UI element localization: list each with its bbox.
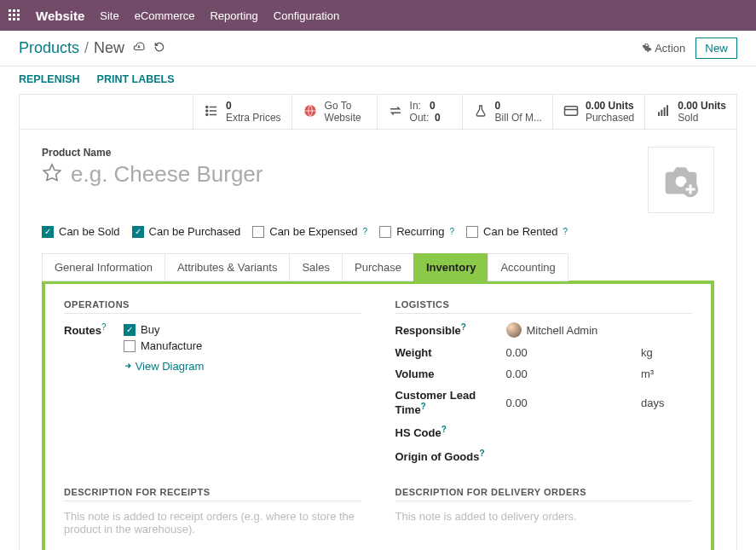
new-button[interactable]: New: [695, 38, 737, 59]
breadcrumb-bar: Products / New Action New: [0, 31, 756, 67]
form-actions: REPLENISH PRINT LABELS: [0, 67, 756, 94]
menu-site[interactable]: Site: [100, 9, 118, 22]
tab-attributes[interactable]: Attributes & Variants: [164, 253, 291, 281]
replenish-action[interactable]: REPLENISH: [19, 73, 80, 85]
check-can-be-rented[interactable]: Can be Rented?: [466, 225, 568, 238]
product-image-upload[interactable]: [648, 147, 714, 213]
product-name-input[interactable]: [69, 160, 631, 188]
route-manufacture-label: Manufacture: [141, 339, 202, 352]
stat-in-label: In:: [410, 100, 421, 112]
volume-unit: m³: [641, 368, 692, 380]
desc-receipts-input[interactable]: This note is added to receipt orders (e.…: [64, 510, 361, 536]
check-expensed-label: Can be Expensed: [269, 225, 357, 238]
volume-value[interactable]: 0.00: [506, 368, 642, 380]
weight-unit: kg: [641, 346, 692, 359]
discard-icon[interactable]: [153, 41, 165, 55]
breadcrumb: Products / New: [19, 39, 124, 57]
checkbox-icon: [466, 226, 478, 238]
stat-purchased[interactable]: 0.00 Units Purchased: [552, 95, 644, 129]
lead-unit: days: [641, 397, 692, 409]
help-icon[interactable]: ?: [450, 227, 455, 236]
desc-receipts-title: DESCRIPTION FOR RECEIPTS: [64, 487, 361, 501]
checkbox-icon: ✓: [42, 226, 54, 238]
svg-rect-4: [564, 106, 577, 115]
volume-label: Volume: [395, 368, 506, 380]
checkbox-icon: [379, 226, 391, 238]
logistics-title: LOGISTICS: [395, 299, 693, 314]
checkbox-icon: ✓: [132, 226, 144, 238]
tab-inventory[interactable]: Inventory: [413, 253, 489, 281]
breadcrumb-current: New: [94, 39, 124, 57]
action-label: Action: [655, 42, 685, 55]
svg-point-0: [206, 106, 208, 107]
stat-in-value: 0: [430, 100, 436, 112]
svg-point-1: [206, 110, 208, 112]
checkbox-icon: ✓: [124, 324, 136, 336]
apps-icon[interactable]: [9, 9, 20, 21]
lead-value[interactable]: 0.00: [506, 397, 642, 409]
responsible-field[interactable]: Mitchell Admin: [506, 322, 642, 338]
view-diagram-label: View Diagram: [136, 360, 205, 373]
card-icon: [563, 105, 579, 119]
responsible-label: Responsible: [395, 325, 461, 338]
form-sheet: 0 Extra Prices Go To Website In: 0 Out: …: [19, 94, 737, 550]
svg-rect-7: [664, 107, 666, 116]
route-buy-label: Buy: [141, 323, 159, 336]
route-buy[interactable]: ✓ Buy: [124, 323, 159, 336]
stat-sold-label: Sold: [678, 112, 698, 124]
help-icon[interactable]: ?: [363, 227, 368, 236]
check-can-be-sold[interactable]: ✓ Can be Sold: [42, 225, 120, 238]
check-recurring[interactable]: Recurring?: [379, 225, 454, 238]
menu-reporting[interactable]: Reporting: [210, 9, 257, 22]
checkbox-icon: [124, 340, 136, 352]
flask-icon: [473, 104, 488, 120]
stat-goto-line2: Website: [325, 112, 361, 124]
cloud-save-icon[interactable]: [133, 41, 145, 55]
tab-sales[interactable]: Sales: [289, 253, 343, 281]
tab-accounting[interactable]: Accounting: [488, 253, 568, 281]
breadcrumb-sep: /: [84, 39, 89, 57]
stat-out-value: 0: [435, 112, 441, 124]
help-icon[interactable]: ?: [421, 402, 426, 411]
svg-rect-6: [661, 109, 663, 115]
tab-purchase[interactable]: Purchase: [342, 253, 414, 281]
lead-label: Customer Lead Time: [395, 389, 476, 416]
check-sold-label: Can be Sold: [59, 225, 120, 238]
weight-value[interactable]: 0.00: [506, 346, 642, 359]
view-diagram-link[interactable]: View Diagram: [124, 360, 204, 373]
help-icon[interactable]: ?: [441, 425, 447, 434]
stat-sold-value: 0.00 Units: [678, 100, 726, 112]
checkbox-icon: [252, 226, 264, 238]
stat-extra-prices[interactable]: 0 Extra Prices: [193, 95, 291, 129]
list-icon: [204, 103, 219, 121]
stat-goto-website[interactable]: Go To Website: [291, 95, 377, 129]
help-icon[interactable]: ?: [563, 227, 568, 236]
print-labels-action[interactable]: PRINT LABELS: [97, 73, 175, 85]
stat-extra-prices-value: 0: [226, 100, 281, 112]
check-recurring-label: Recurring: [396, 225, 444, 238]
check-can-be-purchased[interactable]: ✓ Can be Purchased: [132, 225, 241, 238]
help-icon[interactable]: ?: [461, 322, 466, 332]
favorite-icon[interactable]: [42, 163, 62, 186]
help-icon[interactable]: ?: [101, 322, 107, 332]
origin-label: Origin of Goods: [395, 450, 480, 463]
stat-bom[interactable]: 0 Bill Of M...: [462, 95, 552, 129]
check-can-be-expensed[interactable]: Can be Expensed?: [252, 225, 367, 238]
desc-delivery-input[interactable]: This note is added to delivery orders.: [395, 510, 693, 523]
breadcrumb-root[interactable]: Products: [19, 39, 79, 57]
stat-sold[interactable]: 0.00 Units Sold: [644, 95, 736, 129]
app-brand[interactable]: Website: [36, 9, 84, 23]
help-icon[interactable]: ?: [479, 449, 484, 458]
menu-configuration[interactable]: Configuration: [274, 9, 339, 22]
tab-general-info[interactable]: General Information: [42, 253, 165, 281]
check-rented-label: Can be Rented: [483, 225, 557, 238]
bars-icon: [655, 104, 671, 120]
menu-ecommerce[interactable]: eCommerce: [135, 9, 195, 22]
action-menu[interactable]: Action: [642, 42, 685, 55]
routes-label: Routes: [64, 324, 101, 337]
route-manufacture[interactable]: Manufacture: [124, 339, 202, 352]
stat-inout[interactable]: In: 0 Out: 0: [377, 95, 462, 129]
svg-rect-8: [667, 105, 668, 116]
top-nav: Website Site eCommerce Reporting Configu…: [0, 0, 756, 31]
desc-delivery-title: DESCRIPTION FOR DELIVERY ORDERS: [395, 487, 693, 501]
